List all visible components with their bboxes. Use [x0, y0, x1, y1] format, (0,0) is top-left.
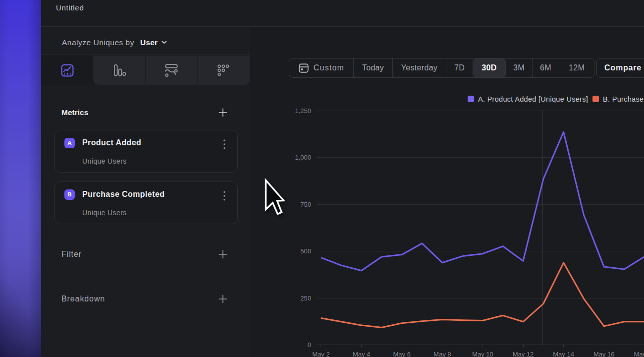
- svg-text:May 16: May 16: [593, 351, 615, 357]
- svg-text:250: 250: [300, 295, 311, 302]
- svg-text:May 6: May 6: [393, 351, 410, 357]
- svg-text:1,250: 1,250: [295, 107, 311, 115]
- svg-text:0: 0: [308, 341, 311, 349]
- svg-text:May 4: May 4: [353, 351, 370, 357]
- svg-text:May 2: May 2: [312, 351, 329, 357]
- svg-text:500: 500: [300, 247, 311, 255]
- svg-text:May 8: May 8: [433, 351, 451, 357]
- svg-text:750: 750: [300, 201, 311, 208]
- svg-text:1,000: 1,000: [295, 154, 311, 161]
- svg-text:May 14: May 14: [553, 351, 574, 357]
- svg-text:May 10: May 10: [472, 351, 493, 357]
- svg-text:May 12: May 12: [513, 351, 534, 357]
- svg-text:May 18: May 18: [634, 351, 644, 357]
